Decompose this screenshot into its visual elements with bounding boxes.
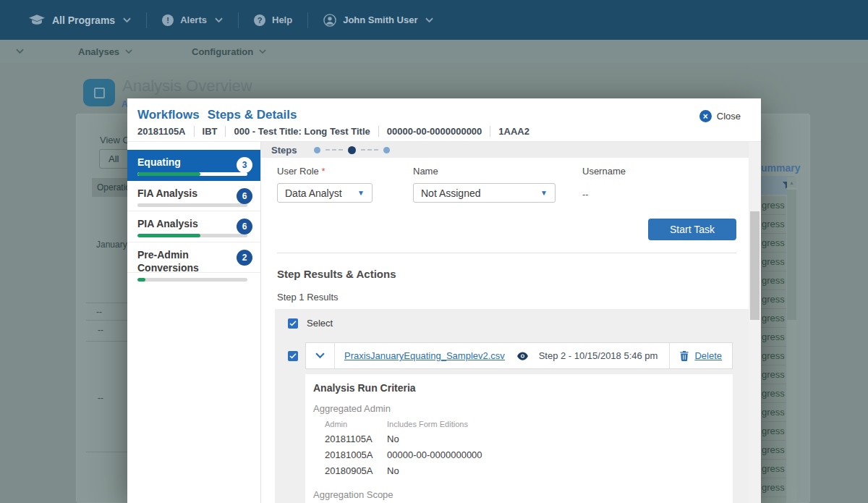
modal-title-part2: Steps & Details xyxy=(208,108,297,122)
progress-bar xyxy=(137,203,247,207)
caret-down-icon: ▼ xyxy=(357,189,365,197)
result-timestamp: Step 2 - 10/15/2018 5:46 pm xyxy=(539,350,658,361)
scroll-thumb xyxy=(787,190,796,320)
sidebar-item-pre-admin-conversions[interactable]: Pre-Admin Conversions 2 xyxy=(127,242,260,274)
sidebar-item-label: FIA Analysis xyxy=(137,187,197,199)
task-form: User Role * Data Analyst ▼ Name Not Assi… xyxy=(261,158,749,303)
workflows-steps-details-modal: Workflows Steps & Details × Close 201811… xyxy=(127,98,761,503)
user-role-select[interactable]: Data Analyst ▼ xyxy=(277,183,373,203)
meta-separator xyxy=(378,126,379,137)
step1-results-label: Step 1 Results xyxy=(277,292,736,303)
step-dot-3[interactable] xyxy=(383,147,390,153)
divider xyxy=(238,12,239,28)
user-menu[interactable]: John Smith User xyxy=(323,14,433,27)
trash-icon xyxy=(680,351,689,361)
cell-admin: 20181005A xyxy=(325,449,387,460)
close-button[interactable]: × Close xyxy=(699,110,741,122)
username-value: -- xyxy=(582,189,736,200)
summary-tab-fragment: ummary xyxy=(761,162,800,174)
analyses-label: Analyses xyxy=(78,46,119,57)
caret-down-icon: ▼ xyxy=(540,189,548,197)
select-all-row: Select xyxy=(288,318,733,329)
user-role-value: Data Analyst xyxy=(285,187,342,199)
aggregated-admin-label: Aggregated Admin xyxy=(313,403,724,414)
cell-dash: -- xyxy=(96,307,102,317)
steps-label: Steps xyxy=(271,145,297,156)
user-name-label: John Smith User xyxy=(343,14,417,25)
meta-separator xyxy=(194,126,195,137)
count-badge: 6 xyxy=(237,219,252,234)
progress-bar xyxy=(137,172,247,176)
divider xyxy=(146,12,147,28)
file-checkbox[interactable] xyxy=(288,351,298,361)
modal-body: Equating 3 FIA Analysis 6 PIA Analysis 6… xyxy=(127,142,761,503)
cell-includes: No xyxy=(387,465,399,476)
col-header-includes: Includes Form Editions xyxy=(387,420,468,428)
nav-item-configuration[interactable]: Configuration xyxy=(192,40,266,63)
chevron-down-icon xyxy=(125,49,132,54)
top-navigation-bar: All Programs ! Alerts ? Help John Smith … xyxy=(0,0,868,40)
page-title: Analysis Overview xyxy=(122,77,252,96)
meta-test-code: 00000-00-0000000000 xyxy=(387,126,482,137)
preview-eye-icon[interactable] xyxy=(517,352,528,360)
chevron-down-icon xyxy=(425,17,433,23)
result-file-link[interactable]: PraxisJanuaryEquating_Samplev2.csv xyxy=(344,350,505,361)
step-connector xyxy=(361,149,378,151)
cell-includes: 00000-00-0000000000 xyxy=(387,449,482,460)
delete-label: Delete xyxy=(694,350,722,361)
cell-includes: No xyxy=(387,434,399,444)
meta-admin: 20181105A xyxy=(137,126,186,137)
scroll-up-arrow-icon: ▲ xyxy=(787,177,796,187)
progress-fill xyxy=(137,234,200,237)
analysis-run-criteria-panel: Analysis Run Criteria Aggregated Admin A… xyxy=(305,374,733,503)
expand-chevron-icon[interactable] xyxy=(306,343,335,368)
alert-icon: ! xyxy=(162,14,174,26)
progress-bar xyxy=(137,234,247,237)
divider xyxy=(307,12,308,28)
count-badge: 3 xyxy=(237,157,252,173)
close-label: Close xyxy=(717,111,741,122)
step-results-heading: Step Results & Actions xyxy=(277,268,736,280)
step-dot-2-current[interactable] xyxy=(348,146,356,154)
result-file-row: PraxisJanuaryEquating_Samplev2.csv Step … xyxy=(288,342,733,369)
cell-dash: -- xyxy=(98,393,103,403)
all-programs-menu[interactable]: All Programs xyxy=(29,14,131,26)
modal-breadcrumb-meta: 20181105A IBT 000 - Test Title: Long Tes… xyxy=(137,126,761,137)
count-badge: 6 xyxy=(237,188,252,204)
table-row: 20181105A No xyxy=(325,434,724,444)
section-divider xyxy=(277,253,736,253)
all-programs-label: All Programs xyxy=(52,14,115,26)
check-icon xyxy=(289,321,297,326)
start-task-button[interactable]: Start Task xyxy=(648,219,736,240)
modal-scrollbar-thumb[interactable] xyxy=(750,211,760,320)
progress-fill xyxy=(137,278,145,282)
progress-bar xyxy=(137,278,247,282)
configuration-label: Configuration xyxy=(192,46,253,57)
alerts-menu[interactable]: ! Alerts xyxy=(162,14,223,26)
sidebar-item-fia-analysis[interactable]: FIA Analysis 6 xyxy=(127,181,260,212)
nav-item-analyses[interactable]: Analyses xyxy=(78,40,132,63)
collapse-chevron-icon[interactable] xyxy=(16,48,24,54)
workflow-sidebar: Equating 3 FIA Analysis 6 PIA Analysis 6… xyxy=(127,142,261,503)
help-menu[interactable]: ? Help xyxy=(254,14,292,26)
step-dot-1[interactable] xyxy=(314,147,320,153)
name-select[interactable]: Not Assigned ▼ xyxy=(413,183,556,203)
select-all-checkbox[interactable] xyxy=(288,318,298,329)
step-results-panel: Select PraxisJanuaryEquating_Samplev2.cs… xyxy=(275,309,749,503)
alerts-label: Alerts xyxy=(180,14,207,25)
required-asterisk: * xyxy=(321,166,325,177)
meta-form-code: 1AAA2 xyxy=(498,126,529,137)
user-role-label: User Role * xyxy=(277,166,413,177)
sidebar-item-label: Pre-Admin Conversions xyxy=(137,249,199,274)
sidebar-item-pia-analysis[interactable]: PIA Analysis 6 xyxy=(127,211,260,242)
check-icon xyxy=(289,353,297,359)
sidebar-item-equating[interactable]: Equating 3 xyxy=(127,150,260,181)
modal-content: Steps User Role * Data Analyst ▼ xyxy=(261,142,749,503)
chevron-down-icon xyxy=(259,49,266,54)
name-label: Name xyxy=(413,166,582,177)
aggregated-admin-table: Admin Includes Form Editions 20181105A N… xyxy=(325,420,724,476)
step-connector xyxy=(326,149,343,151)
meta-separator xyxy=(490,126,490,137)
delete-button[interactable]: Delete xyxy=(669,343,732,368)
username-label: Username xyxy=(582,166,736,177)
